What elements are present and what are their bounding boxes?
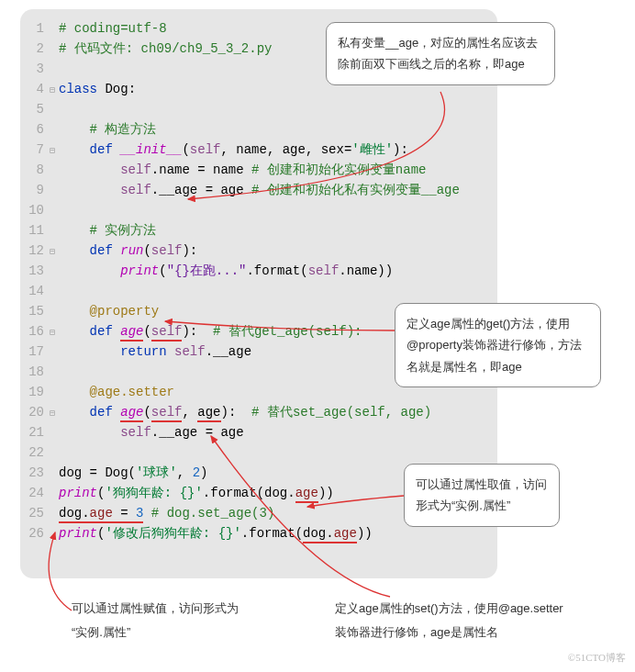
line-number: 26 [20,523,50,543]
annotation-property-get: 定义age属性的get()方法，使用@property装饰器进行修饰，方法名就是… [395,303,601,387]
code-line: 6 # 构造方法 [20,119,497,140]
line-number: 12 [20,241,50,261]
code-text: self.__age = age [59,422,497,442]
code-text: # 构造方法 [59,119,497,140]
code-line: 10 [20,200,497,220]
code-line: 13 print("{}在跑...".format(self.name)) [20,261,497,281]
code-line: 8 self.name = name # 创建和初始化实例变量name [20,160,497,180]
line-number: 11 [20,220,50,241]
code-text: def __init__(self, name, age, sex='雌性'): [59,140,497,160]
fold-marker: ⊟ [50,323,59,343]
line-number: 16 [20,321,50,342]
code-text: # 实例方法 [59,220,497,241]
annotation-private-age: 私有变量__age，对应的属性名应该去除前面双下画线之后的名称，即age [326,22,555,85]
code-line: 20⊟ def age(self, age): # 替代set_age(self… [20,402,497,422]
line-number: 21 [20,422,50,442]
code-text: def age(self, age): # 替代set_age(self, ag… [59,402,497,422]
code-line: 11 # 实例方法 [20,220,497,241]
watermark: ©51CTO博客 [568,651,626,665]
line-number: 8 [20,160,50,180]
code-line: 9 self.__age = age # 创建和初始化私有实例变量__age [20,180,497,200]
fold-marker: ⊟ [50,141,59,162]
line-number: 2 [20,39,50,59]
line-number: 19 [20,382,50,402]
code-line: 12⊟ def run(self): [20,241,497,261]
line-number: 7 [20,140,50,160]
line-number: 1 [20,18,50,39]
line-number: 24 [20,483,50,503]
fold-marker: ⊟ [50,404,59,424]
line-number: 9 [20,180,50,200]
line-number: 15 [20,301,50,321]
code-text: self.__age = age # 创建和初始化私有实例变量__age [59,180,497,200]
code-text: print("{}在跑...".format(self.name)) [59,261,497,281]
code-line: 22 [20,442,497,463]
annotation-attr-get: 可以通过属性取值，访问形式为“实例.属性” [404,464,560,527]
code-line: 21 self.__age = age [20,422,497,442]
line-number: 25 [20,503,50,523]
code-text: self.name = name # 创建和初始化实例变量name [59,160,497,180]
caption-setter-decorator: 定义age属性的set()方法，使用@age.setter装饰器进行修饰，age… [335,597,574,644]
code-line: 5 [20,99,497,119]
line-number: 6 [20,119,50,140]
line-number: 14 [20,281,50,301]
fold-marker: ⊟ [50,242,59,263]
line-number: 10 [20,200,50,220]
line-number: 3 [20,59,50,79]
line-number: 17 [20,342,50,362]
line-number: 22 [20,442,50,463]
line-number: 5 [20,99,50,119]
code-line: 7⊟ def __init__(self, name, age, sex='雌性… [20,140,497,160]
line-number: 20 [20,402,50,422]
caption-attr-set: 可以通过属性赋值，访问形式为“实例.属性” [72,597,246,644]
line-number: 4 [20,79,50,99]
line-number: 18 [20,362,50,382]
code-text: def run(self): [59,241,497,261]
fold-marker: ⊟ [50,81,59,101]
line-number: 23 [20,463,50,483]
code-line: 14 [20,281,497,301]
line-number: 13 [20,261,50,281]
